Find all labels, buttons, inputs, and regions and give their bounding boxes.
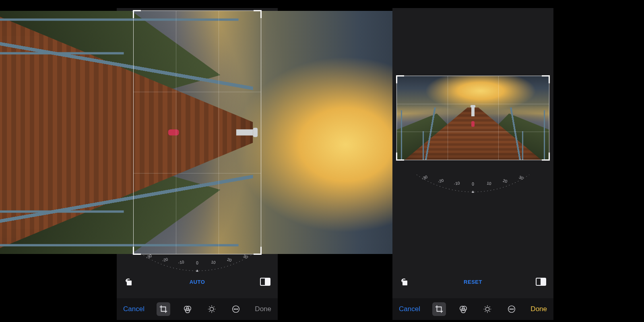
crop-box[interactable] [396,76,549,160]
dial-tick: 0 [472,182,474,186]
reset-crop-button[interactable]: RESET [464,279,482,285]
dial-tick: -10 [178,260,184,265]
bottom-toolbar: Cancel Done [392,298,553,320]
adjust-tool-tab[interactable] [205,302,219,316]
cancel-button[interactable]: Cancel [122,303,145,315]
rotate-ccw-button[interactable] [124,277,134,287]
cancel-button[interactable]: Cancel [398,303,421,315]
crop-canvas [117,8,278,257]
dial-tick: 10 [487,181,492,186]
phone-editor-right: -30 -20 -10 0 10 20 30 ▲ RESET [392,8,553,320]
more-tool-tab[interactable] [229,302,243,316]
aspect-ratio-button[interactable] [260,277,270,287]
crop-tool-tab[interactable] [157,302,170,316]
dial-pointer-icon: ▲ [471,189,475,194]
svg-point-10 [237,309,238,310]
dial-pointer-icon: ▲ [195,268,199,272]
dial-tick: 10 [211,260,216,264]
dial-tick: -10 [454,181,460,186]
svg-point-9 [235,309,236,310]
done-button[interactable]: Done [530,303,548,315]
crop-mid-row: RESET [392,273,553,291]
svg-point-19 [510,309,511,310]
svg-point-20 [511,309,512,310]
editor-tool-tabs [432,302,518,316]
crop-canvas [392,8,553,185]
svg-point-21 [513,309,514,310]
rotation-dial[interactable]: -30 -20 -10 0 10 20 30 ▲ [392,174,553,195]
filters-tool-tab[interactable] [181,302,194,316]
svg-rect-0 [127,281,132,285]
auto-crop-button[interactable]: AUTO [190,279,205,285]
bottom-toolbar: Cancel Done [117,298,278,320]
rotation-dial[interactable]: -30 -20 -10 0 10 20 30 ▲ [117,253,278,274]
aspect-ratio-button[interactable] [536,277,546,287]
svg-point-6 [210,307,214,311]
dial-tick: 0 [196,261,198,265]
adjust-tool-tab[interactable] [481,302,494,316]
crop-tool-tab[interactable] [432,302,446,316]
svg-point-17 [486,307,489,311]
rotate-ccw-button[interactable] [400,277,410,287]
editor-tool-tabs [157,302,243,316]
more-tool-tab[interactable] [505,302,518,316]
svg-rect-13 [541,278,546,285]
phone-editor-left: -30 -20 -10 0 10 20 30 ▲ AUTO [117,8,278,320]
svg-point-8 [234,309,235,310]
crop-box[interactable] [133,10,261,254]
photo-preview[interactable] [0,11,429,254]
filters-tool-tab[interactable] [456,302,470,316]
dual-screenshot-stage: -30 -20 -10 0 10 20 30 ▲ AUTO [0,0,644,322]
photo-preview[interactable] [396,76,549,160]
done-button[interactable]: Done [254,303,272,315]
svg-rect-2 [265,278,270,285]
svg-rect-11 [402,281,407,285]
crop-mid-row: AUTO [117,273,278,291]
